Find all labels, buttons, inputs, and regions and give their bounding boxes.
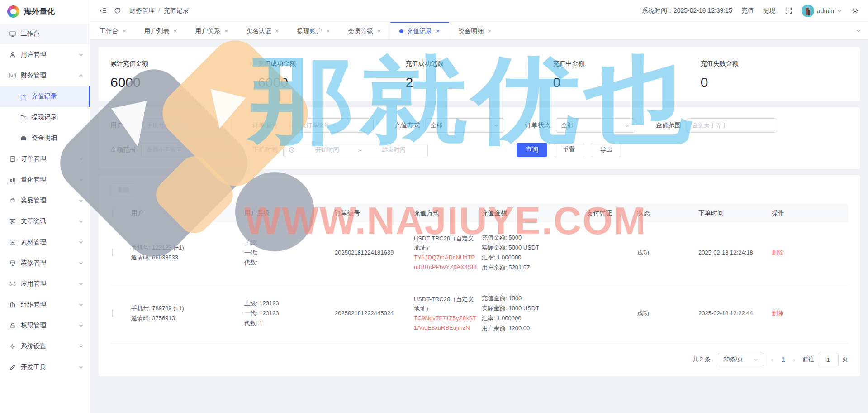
user-cell: 手机号: 789789 (+1) 邀请码: 3756913: [131, 303, 244, 323]
prev-page-icon[interactable]: ‹: [771, 356, 773, 363]
sidebar-item-recharge-records[interactable]: 充值记录: [0, 86, 90, 107]
sidebar-item-withdraw-records[interactable]: 提现记录: [0, 107, 90, 128]
settings-gear-icon[interactable]: [851, 7, 859, 14]
col-time: 下单时间: [698, 209, 772, 217]
row-delete-link[interactable]: 删除: [772, 310, 783, 317]
method-cell: USDT-TRC20（自定义地址） TY6JDQ7mADcNUhTPmB8TcP…: [414, 234, 482, 272]
user-icon: [9, 51, 16, 58]
sidebar-item-quant-mgmt[interactable]: 量化管理: [0, 169, 90, 190]
sidebar: 海外量化 工作台 用户管理 财务管理 充值记录: [0, 0, 90, 413]
order-time-range-input[interactable]: 开始时间 - 结束时间: [283, 143, 428, 157]
sidebar-item-articles[interactable]: 文章资讯: [0, 211, 90, 232]
level-cell: 上级: 123123 一代: 123123 代数: 1: [244, 298, 335, 328]
order-no-input[interactable]: 请输入订单编号: [283, 118, 374, 133]
recharge-method-select[interactable]: 全部: [425, 118, 504, 133]
chevron-down-icon: [78, 260, 84, 266]
app-logo-icon: [7, 5, 19, 18]
reset-button[interactable]: 重置: [554, 143, 584, 157]
chevron-down-icon: [494, 123, 499, 128]
next-page-icon[interactable]: ›: [793, 356, 795, 363]
amount-lte-input[interactable]: 金额小于等于: [141, 143, 232, 157]
pager: ‹ 1 ›: [771, 356, 795, 363]
chevron-down-icon: [78, 240, 84, 245]
username: admin: [817, 7, 834, 14]
quant-icon: [9, 176, 16, 183]
sidebar-item-funds-detail[interactable]: 资金明细: [0, 128, 90, 149]
sidebar-item-devtools[interactable]: 开发工具: [0, 357, 90, 378]
chevron-down-icon: [754, 357, 759, 362]
sidebar-item-permission-mgmt[interactable]: 权限管理: [0, 315, 90, 336]
bulk-delete-button[interactable]: 删除: [110, 183, 137, 197]
sidebar-item-prize-mgmt[interactable]: 奖品管理: [0, 190, 90, 211]
refresh-icon[interactable]: [114, 7, 121, 14]
chevron-down-icon: [78, 323, 84, 328]
filter-amount-lte: 金额范围 金额小于等于: [110, 143, 232, 157]
sidebar-item-user-mgmt[interactable]: 用户管理: [0, 44, 90, 65]
search-button[interactable]: 查询: [517, 143, 547, 157]
avatar: [802, 5, 814, 17]
system-time: 系统时间：2025-02-18 12:39:15: [642, 7, 732, 15]
sidebar-item-order-mgmt[interactable]: 订单管理: [0, 149, 90, 169]
sidebar-item-system-settings[interactable]: 系统设置: [0, 336, 90, 357]
tab-withdraw-accounts[interactable]: 提现账户×: [288, 22, 339, 39]
stat-pending-amount: 充值中金额 0: [553, 60, 701, 90]
tab-member-levels[interactable]: 会员等级×: [339, 22, 390, 39]
amount-gte-input[interactable]: 金额大于等于: [687, 118, 777, 133]
sidebar-item-organization-mgmt[interactable]: 组织管理: [0, 294, 90, 315]
sidebar-item-workbench[interactable]: 工作台: [0, 24, 90, 44]
close-icon[interactable]: ×: [377, 28, 381, 34]
recharge-record-icon: [20, 93, 27, 100]
tab-user-relations[interactable]: 用户关系×: [186, 22, 237, 39]
row-checkbox[interactable]: [112, 249, 113, 256]
chevron-down-icon: [78, 198, 84, 203]
stat-total-recharge: 累计充值金额 6000: [110, 60, 258, 90]
close-icon[interactable]: ×: [488, 28, 491, 34]
close-icon[interactable]: ×: [224, 28, 228, 34]
sidebar-item-finance-mgmt[interactable]: 财务管理: [0, 65, 90, 86]
goto-page: 前往 页: [802, 353, 848, 366]
fullscreen-icon[interactable]: [785, 7, 792, 14]
close-icon[interactable]: ×: [326, 28, 330, 34]
col-user: 用户: [131, 209, 244, 217]
close-icon[interactable]: ×: [174, 28, 177, 34]
page-size-select[interactable]: 20条/页: [718, 353, 764, 366]
order-no-cell: 202502181222445024: [335, 310, 414, 317]
method-cell: USDT-TRC20（自定义地址） TC9NqvTF71Z5yZ8sST1Aoq…: [414, 294, 482, 332]
tab-user-list[interactable]: 用户列表×: [135, 22, 186, 39]
user-info-input[interactable]: 手机号/邀请码: [141, 118, 232, 133]
row-delete-link[interactable]: 删除: [772, 249, 783, 256]
tab-funds-detail[interactable]: 资金明细×: [449, 22, 500, 39]
filter-recharge-method: 充值方式 全部: [394, 118, 504, 133]
breadcrumb-parent[interactable]: 财务管理: [129, 7, 155, 15]
pencil-icon: [9, 364, 16, 371]
close-icon[interactable]: ×: [436, 28, 440, 34]
order-status-select[interactable]: 全部: [556, 118, 635, 133]
select-all-checkbox[interactable]: [112, 209, 113, 217]
wallet-address-link[interactable]: TY6JDQ7mADcNUhTPmB8TcPPbvYZ9AX4Sf8: [414, 253, 477, 272]
wallet-address-link[interactable]: TC9NqvTF71Z5yZ8sST1AoqE8xuRBEujmzN: [414, 313, 477, 332]
sidebar-item-decoration-mgmt[interactable]: 装修管理: [0, 253, 90, 274]
collapse-sidebar-icon[interactable]: [100, 7, 107, 14]
row-checkbox[interactable]: [112, 309, 113, 317]
tab-list-dropdown[interactable]: [849, 22, 868, 39]
filter-row-1: 用户信息 手机号/邀请码 订单编号 请输入订单编号 充值方式 全部: [110, 118, 848, 133]
close-icon[interactable]: ×: [275, 28, 279, 34]
tab-real-name-auth[interactable]: 实名认证×: [237, 22, 288, 39]
tab-workbench[interactable]: 工作台×: [90, 22, 135, 39]
withdraw-link[interactable]: 提现: [763, 7, 776, 15]
goto-page-input[interactable]: [818, 353, 839, 366]
export-button[interactable]: 导出: [591, 143, 621, 157]
current-page[interactable]: 1: [782, 356, 785, 363]
user-menu[interactable]: admin: [802, 5, 842, 17]
recharge-link[interactable]: 充值: [741, 7, 754, 15]
table-header-row: 用户 用户层级 订单编号 充值方式 充值金额 支付凭证 状态 下单时间 操作: [110, 204, 848, 222]
start-time-placeholder: 开始时间: [299, 146, 356, 154]
sidebar-item-material-mgmt[interactable]: 素材管理: [0, 232, 90, 253]
tab-recharge-records[interactable]: 充值记录×: [390, 22, 450, 39]
pagination: 共 2 条 20条/页 ‹ 1 › 前往 页: [110, 353, 848, 366]
stat-success-count: 充值成功笔数 2: [405, 60, 553, 90]
tabbar: 工作台× 用户列表× 用户关系× 实名认证× 提现账户× 会员等级× 充值记录×…: [90, 22, 868, 40]
filter-order-status: 订单状态 全部: [525, 118, 635, 133]
close-icon[interactable]: ×: [123, 28, 126, 34]
sidebar-item-application-mgmt[interactable]: 应用管理: [0, 274, 90, 294]
